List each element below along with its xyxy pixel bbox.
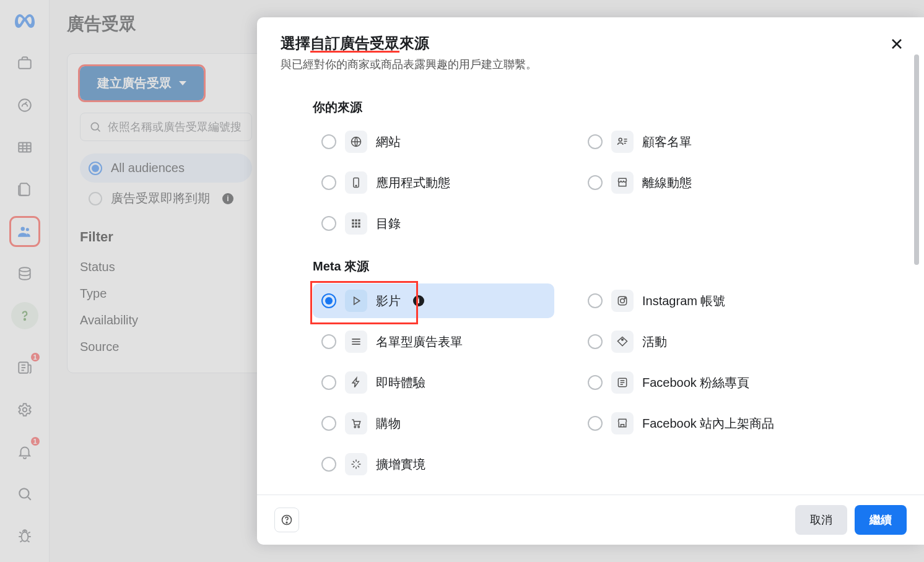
radio-icon: [321, 334, 336, 349]
source-app-activity[interactable]: 應用程式動態: [313, 165, 554, 200]
storefront-icon: [611, 412, 634, 434]
svg-rect-19: [352, 222, 354, 224]
grid-icon: [345, 212, 367, 235]
source-facebook-page[interactable]: Facebook 粉絲專頁: [579, 365, 821, 400]
source-instant-experience[interactable]: 即時體驗: [313, 365, 554, 400]
source-facebook-listings[interactable]: Facebook 站內上架商品: [579, 406, 821, 441]
info-icon: i: [413, 295, 424, 306]
svg-rect-17: [355, 219, 357, 221]
section-meta-sources: Meta 來源: [313, 258, 900, 275]
source-video-label: 影片: [376, 293, 401, 309]
svg-rect-24: [358, 225, 360, 227]
svg-rect-16: [352, 219, 354, 221]
help-icon: [281, 514, 293, 526]
cancel-button[interactable]: 取消: [795, 505, 847, 535]
source-shopping[interactable]: 購物: [313, 406, 554, 441]
radio-icon: [321, 175, 336, 190]
svg-point-28: [622, 339, 624, 340]
source-lead-form[interactable]: 名單型廣告表單: [313, 324, 554, 359]
radio-icon: [321, 293, 336, 308]
svg-point-26: [621, 299, 625, 303]
svg-point-33: [286, 522, 287, 523]
modal-footer: 取消 繼續: [257, 495, 924, 545]
your-sources-grid: 網站 顧客名單 應用程式動態 離線動態 目錄: [313, 124, 821, 241]
svg-rect-18: [358, 219, 360, 221]
flag-icon: [611, 371, 634, 394]
radio-icon: [588, 334, 603, 349]
modal-body: 你的來源 網站 顧客名單 應用程式動態 離線動態: [257, 77, 924, 495]
svg-point-30: [354, 426, 356, 428]
radio-icon: [588, 134, 603, 149]
bolt-icon: [345, 371, 367, 394]
modal-subtitle: 與已經對你的商家或商品表露興趣的用戶建立聯繫。: [281, 57, 900, 72]
source-events-label: 活動: [642, 334, 667, 350]
play-icon: [345, 290, 367, 312]
source-video[interactable]: 影片 i: [313, 283, 554, 318]
svg-rect-21: [358, 222, 360, 224]
svg-point-13: [619, 138, 622, 141]
radio-icon: [588, 416, 603, 431]
radio-icon: [588, 293, 603, 308]
modal-title-post: 來源: [399, 35, 429, 51]
source-instagram-label: Instagram 帳號: [642, 293, 725, 309]
source-catalog[interactable]: 目錄: [313, 206, 554, 241]
close-button[interactable]: [888, 36, 905, 53]
radio-icon: [588, 175, 603, 190]
modal-title: 選擇自訂廣告受眾來源: [281, 33, 900, 53]
source-instagram[interactable]: Instagram 帳號: [579, 283, 821, 318]
svg-point-27: [624, 298, 625, 299]
modal-title-underline: 自訂廣告受眾: [310, 35, 399, 51]
source-catalog-label: 目錄: [376, 215, 401, 232]
source-ar-label: 擴增實境: [376, 456, 425, 473]
source-website[interactable]: 網站: [313, 124, 554, 159]
svg-rect-23: [355, 225, 357, 227]
svg-point-31: [358, 426, 360, 428]
mobile-icon: [345, 171, 367, 194]
section-your-sources: 你的來源: [313, 99, 900, 116]
close-icon: [889, 37, 904, 51]
user-list-icon: [611, 131, 634, 153]
svg-rect-22: [352, 225, 354, 227]
store-icon: [611, 171, 634, 194]
source-customer-list-label: 顧客名單: [642, 134, 692, 150]
continue-button[interactable]: 繼續: [855, 505, 907, 535]
tag-icon: [611, 331, 634, 353]
radio-icon: [321, 457, 336, 472]
source-lead-form-label: 名單型廣告表單: [376, 334, 463, 350]
list-icon: [345, 331, 367, 353]
radio-icon: [321, 216, 336, 231]
source-facebook-page-label: Facebook 粉絲專頁: [642, 374, 749, 391]
source-ar[interactable]: 擴增實境: [313, 447, 554, 482]
modal-title-pre: 選擇: [281, 35, 310, 51]
meta-sources-grid: 影片 i Instagram 帳號 名單型廣告表單 活動 即時體: [313, 283, 821, 482]
source-modal: 選擇自訂廣告受眾來源 與已經對你的商家或商品表露興趣的用戶建立聯繫。 你的來源 …: [257, 17, 924, 545]
radio-icon: [321, 375, 336, 390]
cart-icon: [345, 412, 367, 434]
radio-icon: [588, 375, 603, 390]
source-app-activity-label: 應用程式動態: [376, 175, 450, 191]
svg-rect-20: [355, 222, 357, 224]
source-customer-list[interactable]: 顧客名單: [579, 124, 821, 159]
source-instant-experience-label: 即時體驗: [376, 374, 425, 391]
svg-point-15: [355, 185, 357, 186]
source-website-label: 網站: [376, 134, 401, 150]
sparkle-icon: [345, 453, 367, 475]
modal-help-button[interactable]: [274, 508, 299, 532]
source-offline-activity[interactable]: 離線動態: [579, 165, 821, 200]
radio-icon: [321, 134, 336, 149]
globe-icon: [345, 131, 367, 153]
source-events[interactable]: 活動: [579, 324, 821, 359]
modal-header: 選擇自訂廣告受眾來源 與已經對你的商家或商品表露興趣的用戶建立聯繫。: [257, 17, 924, 77]
source-facebook-listings-label: Facebook 站內上架商品: [642, 415, 774, 432]
instagram-icon: [611, 290, 634, 312]
source-offline-activity-label: 離線動態: [642, 175, 692, 191]
radio-icon: [321, 416, 336, 431]
scrollbar-thumb[interactable]: [914, 54, 919, 265]
source-shopping-label: 購物: [376, 415, 401, 432]
